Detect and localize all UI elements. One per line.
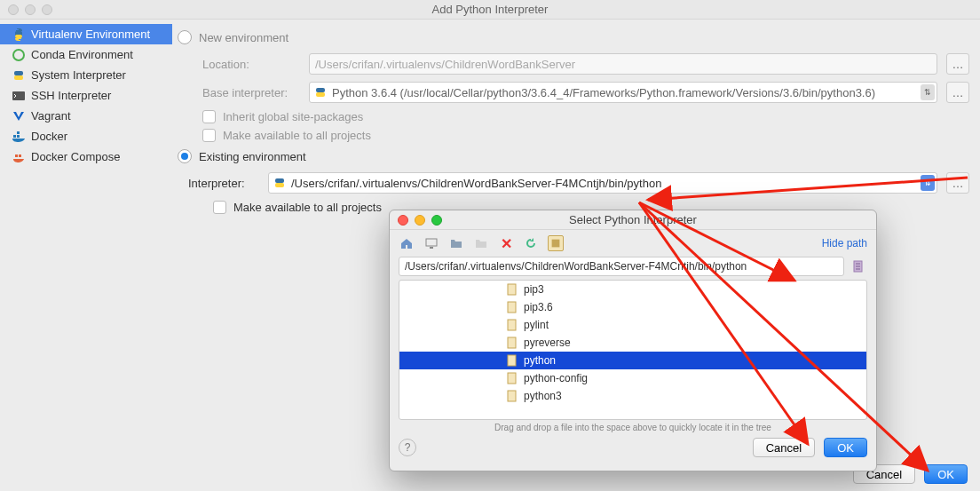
location-label: Location: (202, 58, 300, 71)
sidebar-item-ssh[interactable]: SSH Interpreter (0, 85, 172, 106)
base-interpreter-value: Python 3.6.4 (/usr/local/Cellar/python3/… (332, 86, 933, 99)
sidebar-item-label: Conda Environment (31, 48, 133, 61)
file-name: pyreverse (524, 337, 571, 349)
dropdown-arrows-icon: ⇅ (921, 175, 935, 191)
path-row: /Users/crifan/.virtualenvs/ChildrenWordB… (390, 257, 876, 276)
sidebar-item-docker-compose[interactable]: Docker Compose (0, 147, 172, 167)
location-input[interactable]: /Users/crifan/.virtualenvs/ChildrenWordB… (309, 53, 937, 75)
dropdown-arrows-icon: ⇅ (921, 84, 935, 100)
drag-drop-hint: Drag and drop a file into the space abov… (390, 423, 876, 432)
svg-rect-19 (508, 284, 516, 295)
path-input[interactable]: /Users/crifan/.virtualenvs/ChildrenWordB… (399, 257, 844, 276)
nested-dialog-footer: ? Cancel OK (390, 432, 876, 464)
sidebar-item-label: SSH Interpreter (31, 89, 111, 102)
file-item[interactable]: pyreverse (399, 334, 866, 352)
svg-rect-1 (15, 35, 22, 38)
file-name: pip3.6 (524, 301, 553, 313)
file-icon (506, 337, 518, 349)
file-item[interactable]: python3 (399, 387, 866, 405)
existing-env-radio-row[interactable]: Existing environment (178, 149, 969, 163)
file-item[interactable]: pylint (399, 316, 866, 334)
svg-rect-7 (17, 135, 20, 138)
file-icon (506, 390, 518, 402)
ok-button[interactable]: OK (924, 464, 968, 484)
svg-rect-23 (508, 355, 516, 366)
docker-icon (12, 130, 26, 144)
base-interpreter-select[interactable]: Python 3.6.4 (/usr/local/Cellar/python3/… (309, 82, 937, 103)
sidebar-item-label: Docker (31, 130, 67, 143)
project-icon[interactable] (448, 235, 464, 251)
inherit-checkbox[interactable] (202, 110, 216, 123)
base-interpreter-browse-button[interactable]: … (946, 82, 969, 103)
sidebar-item-conda[interactable]: Conda Environment (0, 44, 172, 65)
history-icon[interactable] (850, 257, 867, 275)
file-item[interactable]: pip3.6 (399, 298, 866, 316)
svg-rect-8 (17, 131, 20, 134)
nested-cancel-button[interactable]: Cancel (753, 438, 815, 457)
sidebar-item-label: System Interpreter (31, 68, 126, 82)
svg-rect-20 (508, 302, 516, 313)
existing-env-form: Interpreter: /Users/crifan/.virtualenvs/… (188, 172, 969, 214)
interpreter-select[interactable]: /Users/crifan/.virtualenvs/ChildrenWordB… (268, 172, 937, 194)
sidebar-item-docker[interactable]: Docker (0, 126, 172, 147)
desktop-icon[interactable] (423, 235, 439, 251)
refresh-icon[interactable] (523, 235, 539, 251)
svg-rect-21 (508, 320, 516, 330)
hide-path-link[interactable]: Hide path (822, 237, 867, 249)
file-item[interactable]: pip3 (399, 281, 866, 298)
existing-available-label: Make available to all projects (233, 201, 382, 214)
svg-rect-5 (12, 91, 25, 100)
new-folder-icon[interactable] (473, 235, 489, 251)
file-icon (506, 301, 518, 313)
file-icon (506, 354, 518, 367)
help-button[interactable]: ? (399, 439, 416, 456)
delete-icon[interactable]: ✕ (498, 235, 514, 251)
nested-dialog-title: Select Python Interpreter (390, 213, 876, 226)
svg-rect-12 (316, 92, 325, 97)
nested-titlebar: Select Python Interpreter (390, 210, 876, 230)
show-hidden-icon[interactable] (548, 235, 564, 251)
select-interpreter-dialog: Select Python Interpreter ✕ Hide path /U… (389, 210, 877, 471)
file-item-selected[interactable]: python (399, 352, 866, 369)
nested-ok-button[interactable]: OK (824, 438, 867, 457)
home-icon[interactable] (399, 235, 415, 251)
existing-env-label: Existing environment (199, 150, 306, 163)
svg-rect-10 (19, 154, 21, 157)
window-titlebar: Add Python Interpreter (0, 0, 980, 20)
sidebar-item-vagrant[interactable]: Vagrant (0, 106, 172, 126)
new-env-form: Location: /Users/crifan/.virtualenvs/Chi… (202, 53, 969, 142)
file-icon (506, 283, 518, 296)
svg-rect-14 (275, 183, 284, 187)
window-title: Add Python Interpreter (0, 3, 980, 16)
base-interpreter-label: Base interpreter: (202, 86, 300, 99)
file-icon (506, 319, 518, 331)
svg-point-2 (13, 50, 24, 60)
file-name: pylint (524, 319, 549, 331)
file-list[interactable]: pip3 pip3.6 pylint pyreverse python pyth… (399, 280, 867, 420)
file-icon (506, 372, 518, 384)
sidebar-item-label: Vagrant (31, 109, 71, 123)
file-item[interactable]: python-config (399, 369, 866, 387)
file-name: python-config (524, 372, 588, 384)
existing-available-checkbox[interactable] (213, 201, 226, 214)
conda-icon (12, 48, 26, 62)
sidebar-item-virtualenv[interactable]: Virtualenv Environment (0, 24, 172, 44)
svg-rect-3 (14, 71, 23, 75)
file-chooser-toolbar: ✕ Hide path (390, 230, 876, 257)
svg-rect-4 (14, 75, 23, 80)
sidebar-item-label: Virtualenv Environment (31, 28, 150, 41)
svg-rect-22 (508, 337, 516, 348)
available-all-checkbox[interactable] (202, 129, 216, 142)
ssh-icon (12, 89, 26, 103)
python-icon (12, 68, 26, 83)
available-all-label: Make available to all projects (223, 129, 371, 142)
sidebar: Virtualenv Environment Conda Environment… (0, 20, 172, 468)
sidebar-item-system[interactable]: System Interpreter (0, 65, 172, 85)
radio-icon (178, 149, 192, 163)
new-env-radio-row[interactable]: New environment (178, 30, 969, 44)
interpreter-browse-button[interactable]: … (946, 172, 969, 194)
svg-rect-11 (316, 88, 325, 92)
location-browse-button[interactable]: … (946, 53, 969, 75)
svg-rect-16 (430, 247, 433, 249)
svg-rect-15 (426, 239, 437, 246)
